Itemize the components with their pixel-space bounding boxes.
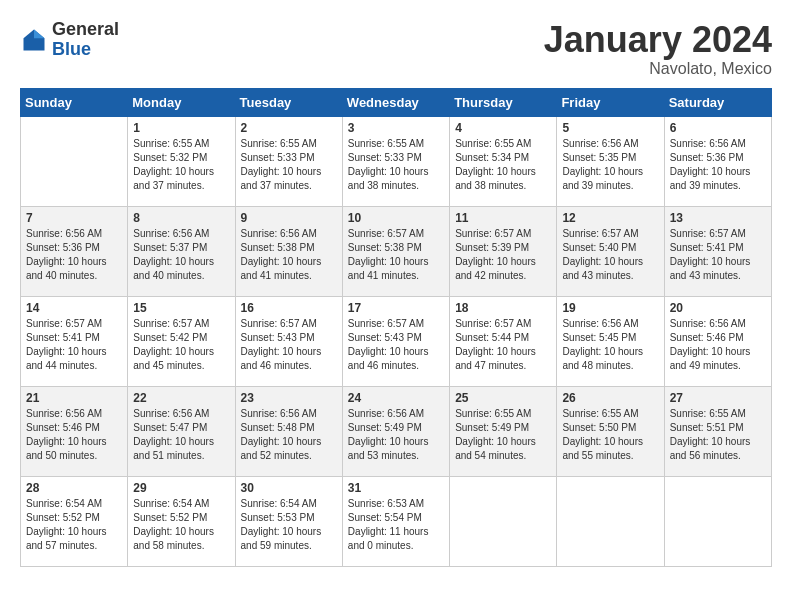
day-number: 28 <box>26 481 122 495</box>
day-number: 16 <box>241 301 337 315</box>
day-info: Sunrise: 6:57 AM Sunset: 5:41 PM Dayligh… <box>26 317 122 373</box>
day-info: Sunrise: 6:55 AM Sunset: 5:34 PM Dayligh… <box>455 137 551 193</box>
day-number: 5 <box>562 121 658 135</box>
day-info: Sunrise: 6:57 AM Sunset: 5:43 PM Dayligh… <box>348 317 444 373</box>
day-info: Sunrise: 6:56 AM Sunset: 5:36 PM Dayligh… <box>26 227 122 283</box>
logo-text: General Blue <box>52 20 119 60</box>
day-number: 27 <box>670 391 766 405</box>
day-number: 3 <box>348 121 444 135</box>
day-info: Sunrise: 6:57 AM Sunset: 5:44 PM Dayligh… <box>455 317 551 373</box>
calendar-table: SundayMondayTuesdayWednesdayThursdayFrid… <box>20 88 772 567</box>
calendar-cell: 6Sunrise: 6:56 AM Sunset: 5:36 PM Daylig… <box>664 116 771 206</box>
calendar-cell: 28Sunrise: 6:54 AM Sunset: 5:52 PM Dayli… <box>21 476 128 566</box>
day-info: Sunrise: 6:54 AM Sunset: 5:52 PM Dayligh… <box>26 497 122 553</box>
day-info: Sunrise: 6:57 AM Sunset: 5:38 PM Dayligh… <box>348 227 444 283</box>
day-info: Sunrise: 6:57 AM Sunset: 5:41 PM Dayligh… <box>670 227 766 283</box>
header-day: Tuesday <box>235 88 342 116</box>
day-number: 13 <box>670 211 766 225</box>
calendar-cell: 17Sunrise: 6:57 AM Sunset: 5:43 PM Dayli… <box>342 296 449 386</box>
logo-general: General <box>52 19 119 39</box>
calendar-cell: 23Sunrise: 6:56 AM Sunset: 5:48 PM Dayli… <box>235 386 342 476</box>
day-number: 15 <box>133 301 229 315</box>
calendar-cell: 7Sunrise: 6:56 AM Sunset: 5:36 PM Daylig… <box>21 206 128 296</box>
day-number: 9 <box>241 211 337 225</box>
day-number: 22 <box>133 391 229 405</box>
calendar-cell: 16Sunrise: 6:57 AM Sunset: 5:43 PM Dayli… <box>235 296 342 386</box>
day-number: 12 <box>562 211 658 225</box>
day-info: Sunrise: 6:54 AM Sunset: 5:53 PM Dayligh… <box>241 497 337 553</box>
location: Navolato, Mexico <box>544 60 772 78</box>
calendar-cell <box>450 476 557 566</box>
day-number: 2 <box>241 121 337 135</box>
page-header: General Blue January 2024 Navolato, Mexi… <box>20 20 772 78</box>
calendar-week-row: 7Sunrise: 6:56 AM Sunset: 5:36 PM Daylig… <box>21 206 772 296</box>
day-info: Sunrise: 6:56 AM Sunset: 5:38 PM Dayligh… <box>241 227 337 283</box>
day-number: 18 <box>455 301 551 315</box>
calendar-cell: 25Sunrise: 6:55 AM Sunset: 5:49 PM Dayli… <box>450 386 557 476</box>
day-info: Sunrise: 6:54 AM Sunset: 5:52 PM Dayligh… <box>133 497 229 553</box>
header-day: Saturday <box>664 88 771 116</box>
calendar-cell: 19Sunrise: 6:56 AM Sunset: 5:45 PM Dayli… <box>557 296 664 386</box>
day-number: 14 <box>26 301 122 315</box>
header-day: Monday <box>128 88 235 116</box>
day-number: 30 <box>241 481 337 495</box>
day-info: Sunrise: 6:56 AM Sunset: 5:35 PM Dayligh… <box>562 137 658 193</box>
day-info: Sunrise: 6:56 AM Sunset: 5:48 PM Dayligh… <box>241 407 337 463</box>
day-info: Sunrise: 6:56 AM Sunset: 5:49 PM Dayligh… <box>348 407 444 463</box>
calendar-cell: 15Sunrise: 6:57 AM Sunset: 5:42 PM Dayli… <box>128 296 235 386</box>
day-number: 31 <box>348 481 444 495</box>
month-title: January 2024 <box>544 20 772 60</box>
calendar-cell: 1Sunrise: 6:55 AM Sunset: 5:32 PM Daylig… <box>128 116 235 206</box>
calendar-week-row: 1Sunrise: 6:55 AM Sunset: 5:32 PM Daylig… <box>21 116 772 206</box>
day-info: Sunrise: 6:55 AM Sunset: 5:33 PM Dayligh… <box>241 137 337 193</box>
day-number: 10 <box>348 211 444 225</box>
header-day: Friday <box>557 88 664 116</box>
day-number: 25 <box>455 391 551 405</box>
day-number: 20 <box>670 301 766 315</box>
calendar-cell: 18Sunrise: 6:57 AM Sunset: 5:44 PM Dayli… <box>450 296 557 386</box>
day-info: Sunrise: 6:55 AM Sunset: 5:33 PM Dayligh… <box>348 137 444 193</box>
calendar-cell: 12Sunrise: 6:57 AM Sunset: 5:40 PM Dayli… <box>557 206 664 296</box>
svg-marker-1 <box>34 29 45 38</box>
day-info: Sunrise: 6:57 AM Sunset: 5:43 PM Dayligh… <box>241 317 337 373</box>
day-number: 7 <box>26 211 122 225</box>
header-row: SundayMondayTuesdayWednesdayThursdayFrid… <box>21 88 772 116</box>
calendar-cell: 8Sunrise: 6:56 AM Sunset: 5:37 PM Daylig… <box>128 206 235 296</box>
calendar-cell: 9Sunrise: 6:56 AM Sunset: 5:38 PM Daylig… <box>235 206 342 296</box>
day-info: Sunrise: 6:53 AM Sunset: 5:54 PM Dayligh… <box>348 497 444 553</box>
logo-icon <box>20 26 48 54</box>
calendar-cell: 21Sunrise: 6:56 AM Sunset: 5:46 PM Dayli… <box>21 386 128 476</box>
calendar-cell <box>557 476 664 566</box>
calendar-cell: 4Sunrise: 6:55 AM Sunset: 5:34 PM Daylig… <box>450 116 557 206</box>
calendar-cell: 22Sunrise: 6:56 AM Sunset: 5:47 PM Dayli… <box>128 386 235 476</box>
day-number: 8 <box>133 211 229 225</box>
calendar-week-row: 28Sunrise: 6:54 AM Sunset: 5:52 PM Dayli… <box>21 476 772 566</box>
day-info: Sunrise: 6:55 AM Sunset: 5:50 PM Dayligh… <box>562 407 658 463</box>
day-number: 17 <box>348 301 444 315</box>
calendar-cell: 11Sunrise: 6:57 AM Sunset: 5:39 PM Dayli… <box>450 206 557 296</box>
day-info: Sunrise: 6:56 AM Sunset: 5:46 PM Dayligh… <box>26 407 122 463</box>
logo: General Blue <box>20 20 119 60</box>
header-day: Thursday <box>450 88 557 116</box>
calendar-week-row: 14Sunrise: 6:57 AM Sunset: 5:41 PM Dayli… <box>21 296 772 386</box>
calendar-cell: 5Sunrise: 6:56 AM Sunset: 5:35 PM Daylig… <box>557 116 664 206</box>
day-info: Sunrise: 6:57 AM Sunset: 5:39 PM Dayligh… <box>455 227 551 283</box>
day-info: Sunrise: 6:55 AM Sunset: 5:51 PM Dayligh… <box>670 407 766 463</box>
day-number: 6 <box>670 121 766 135</box>
calendar-cell: 2Sunrise: 6:55 AM Sunset: 5:33 PM Daylig… <box>235 116 342 206</box>
calendar-cell: 13Sunrise: 6:57 AM Sunset: 5:41 PM Dayli… <box>664 206 771 296</box>
day-number: 23 <box>241 391 337 405</box>
calendar-cell: 3Sunrise: 6:55 AM Sunset: 5:33 PM Daylig… <box>342 116 449 206</box>
day-number: 11 <box>455 211 551 225</box>
calendar-cell: 27Sunrise: 6:55 AM Sunset: 5:51 PM Dayli… <box>664 386 771 476</box>
calendar-cell: 31Sunrise: 6:53 AM Sunset: 5:54 PM Dayli… <box>342 476 449 566</box>
calendar-cell <box>664 476 771 566</box>
calendar-cell: 10Sunrise: 6:57 AM Sunset: 5:38 PM Dayli… <box>342 206 449 296</box>
header-day: Wednesday <box>342 88 449 116</box>
day-number: 1 <box>133 121 229 135</box>
day-number: 19 <box>562 301 658 315</box>
day-info: Sunrise: 6:56 AM Sunset: 5:36 PM Dayligh… <box>670 137 766 193</box>
calendar-cell: 26Sunrise: 6:55 AM Sunset: 5:50 PM Dayli… <box>557 386 664 476</box>
calendar-cell: 20Sunrise: 6:56 AM Sunset: 5:46 PM Dayli… <box>664 296 771 386</box>
day-number: 21 <box>26 391 122 405</box>
